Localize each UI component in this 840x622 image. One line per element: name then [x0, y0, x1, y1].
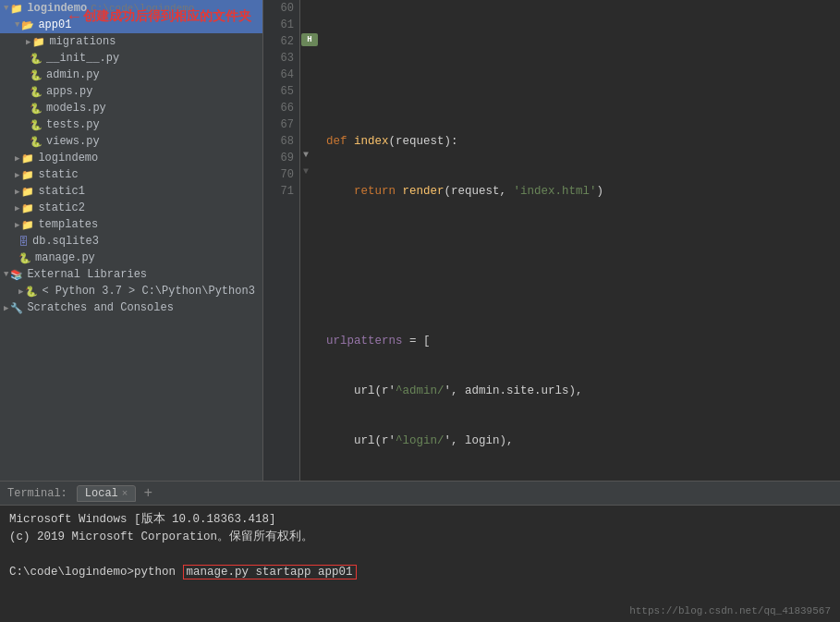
tests-py-icon: 🐍 — [30, 119, 43, 131]
keyword-return: return — [354, 185, 396, 198]
app01-folder-icon: 📂 — [21, 19, 34, 31]
static1-label: static1 — [38, 185, 84, 198]
code-content[interactable]: def index(request): return render(reques… — [319, 0, 840, 481]
sidebar-item-static[interactable]: ▶ 📁 static — [0, 166, 262, 183]
views-py-label: views.py — [46, 135, 100, 148]
views-py-icon: 🐍 — [30, 136, 43, 148]
sidebar-item-scratches[interactable]: ▶ 🔧 Scratches and Consoles — [0, 299, 262, 316]
sidebar-item-views-py[interactable]: 🐍 views.py — [0, 133, 262, 150]
terminal-line-2: (c) 2019 Microsoft Corporation。保留所有权利。 — [9, 529, 831, 546]
code-line-67: url(r'^admin/', admin.site.urls), — [326, 383, 833, 399]
code-line-66: urlpatterns = [ — [326, 333, 833, 349]
bookmark-h: H — [301, 33, 318, 46]
sidebar-item-tests-py[interactable]: 🐍 tests.py — [0, 116, 262, 133]
scratches-arrow: ▶ — [4, 303, 8, 313]
ln-70: 70 — [269, 166, 294, 183]
apps-py-label: apps.py — [46, 85, 92, 98]
line-numbers: 60 61 62 63 64 65 66 67 68 69 70 71 — [263, 0, 300, 481]
sidebar-item-admin-py[interactable]: 🐍 admin.py — [0, 67, 262, 83]
db-label: db.sqlite3 — [32, 235, 99, 248]
templates-folder-icon: 📁 — [21, 219, 34, 231]
code-line-68: url(r'^login/', login), — [326, 433, 833, 449]
sidebar-item-external-libs[interactable]: ▼ 📚 External Libraries — [0, 266, 262, 283]
apps-py-icon: 🐍 — [30, 86, 43, 98]
ln-67: 67 — [269, 116, 294, 133]
ln-66: 66 — [269, 100, 294, 116]
main-area: ▼ 📁 logindemo C:\code\logindemo ▼ 📂 app0… — [0, 0, 840, 481]
terminal-tab-bar: Terminal: Local × + — [0, 482, 840, 506]
admin-py-icon: 🐍 — [30, 69, 43, 81]
terminal-tab-close[interactable]: × — [122, 488, 128, 499]
code-view: 60 61 62 63 64 65 66 67 68 69 70 71 H ▼ … — [263, 0, 840, 481]
python-icon: 🐍 — [25, 286, 38, 298]
code-line-60 — [326, 33, 833, 50]
file-tree-sidebar[interactable]: ▼ 📁 logindemo C:\code\logindemo ▼ 📂 app0… — [0, 0, 263, 481]
terminal-line-4: C:\code\logindemo>python manage.py start… — [9, 564, 831, 581]
static2-label: static2 — [38, 201, 84, 214]
sidebar-item-init-py[interactable]: 🐍 __init__.py — [0, 50, 262, 67]
terminal-line-1: Microsoft Windows [版本 10.0.18363.418] — [9, 511, 831, 529]
terminal-content[interactable]: Microsoft Windows [版本 10.0.18363.418] (c… — [0, 506, 840, 622]
terminal-label: Terminal: — [7, 487, 67, 500]
code-line-64 — [326, 233, 833, 250]
static-label: static — [38, 168, 78, 181]
root-folder-icon: 📁 — [10, 3, 23, 15]
terminal-add-button[interactable]: + — [143, 486, 152, 501]
migrations-arrow: ▶ — [26, 37, 30, 47]
terminal-prompt: C:\code\logindemo>python — [9, 566, 183, 579]
manage-py-icon: 🐍 — [18, 252, 31, 264]
static1-folder-icon: 📁 — [21, 186, 34, 198]
static-folder-icon: 📁 — [21, 169, 34, 181]
fn-render: render — [403, 185, 444, 198]
fn-index: index — [354, 135, 389, 148]
init-py-icon: 🐍 — [30, 53, 43, 65]
sidebar-item-manage-py[interactable]: 🐍 manage.py — [0, 250, 262, 266]
sidebar-root[interactable]: ▼ 📁 logindemo C:\code\logindemo — [0, 0, 262, 17]
ln-64: 64 — [269, 67, 294, 83]
sidebar-item-static2[interactable]: ▶ 📁 static2 — [0, 200, 262, 216]
static-arrow: ▶ — [15, 170, 19, 180]
ln-68: 68 — [269, 133, 294, 150]
sidebar-item-python37[interactable]: ▶ 🐍 < Python 3.7 > C:\Python\Python3 — [0, 283, 262, 299]
admin-py-label: admin.py — [46, 68, 100, 81]
ln-61: 61 — [269, 17, 294, 33]
scratches-icon: 🔧 — [10, 302, 23, 314]
logindemo-label: logindemo — [38, 152, 98, 165]
fold-icon-66: ▼ — [303, 150, 309, 160]
ln-71: 71 — [269, 183, 294, 200]
logindemo-folder-icon: 📁 — [21, 152, 34, 165]
sidebar-item-app01[interactable]: ▼ 📂 app01 — [0, 17, 262, 33]
extlibs-icon: 📚 — [10, 269, 23, 281]
app01-label: app01 — [38, 18, 71, 31]
terminal-line-3 — [9, 546, 831, 564]
sidebar-item-templates[interactable]: ▶ 📁 templates — [0, 216, 262, 233]
sidebar-item-db-sqlite3[interactable]: 🗄 db.sqlite3 — [0, 233, 262, 250]
ln-60: 60 — [269, 0, 294, 17]
sidebar-item-models-py[interactable]: 🐍 models.py — [0, 100, 262, 116]
terminal-area: Terminal: Local × + Microsoft Windows [版… — [0, 481, 840, 622]
sidebar-item-logindemo[interactable]: ▶ 📁 logindemo — [0, 150, 262, 166]
static2-folder-icon: 📁 — [21, 202, 34, 214]
static1-arrow: ▶ — [15, 187, 19, 197]
str-login: ^login/ — [396, 434, 444, 447]
root-collapse-arrow: ▼ — [4, 4, 8, 13]
editor-gutter: H ▼ ▼ — [300, 0, 319, 481]
str-index-html: 'index.html' — [514, 185, 597, 198]
models-py-label: models.py — [46, 102, 106, 115]
fold-icon-70: ▼ — [303, 166, 309, 177]
extlibs-arrow: ▼ — [4, 270, 8, 279]
sidebar-item-migrations[interactable]: ▶ 📁 migrations — [0, 33, 262, 50]
sidebar-item-static1[interactable]: ▶ 📁 static1 — [0, 183, 262, 200]
ln-69: 69 — [269, 150, 294, 166]
scratches-label: Scratches and Consoles — [27, 301, 173, 314]
terminal-tab-local-label: Local — [85, 487, 118, 500]
var-urlpatterns: urlpatterns — [326, 335, 403, 348]
sidebar-item-apps-py[interactable]: 🐍 apps.py — [0, 83, 262, 100]
terminal-tab-local[interactable]: Local × — [77, 485, 137, 502]
logindemo-arrow: ▶ — [15, 153, 19, 164]
str-admin: ^admin/ — [396, 384, 444, 397]
ln-62: 62 — [269, 33, 294, 50]
migrations-label: migrations — [49, 35, 116, 48]
migrations-folder-icon: 📁 — [32, 36, 45, 48]
tests-py-label: tests.py — [46, 118, 100, 131]
